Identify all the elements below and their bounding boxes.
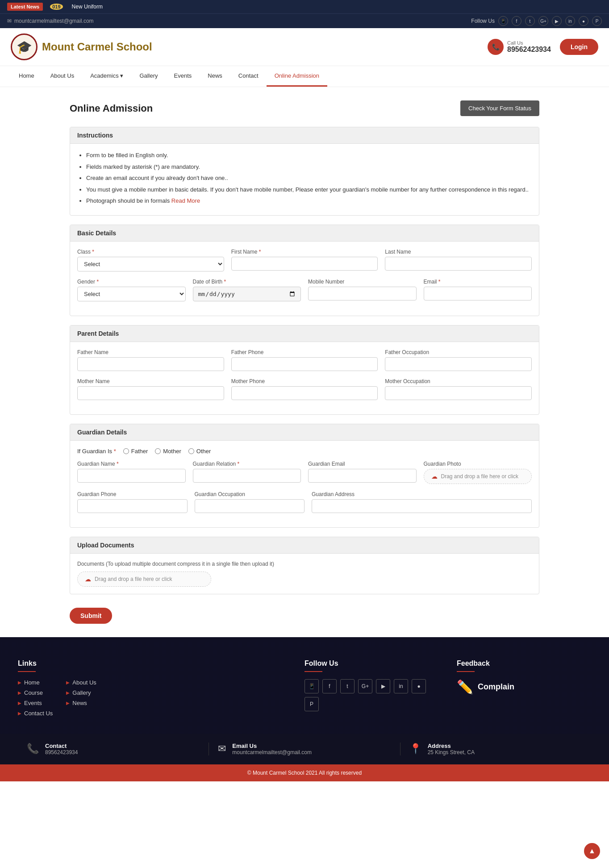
guardian-mother-input[interactable] [155,448,161,454]
email-us-label: Email Us [232,743,312,749]
social-pinterest[interactable]: P [592,16,602,26]
footer-social-linkedin[interactable]: in [394,679,408,693]
nav-gallery[interactable]: Gallery [131,66,166,87]
mother-occupation-label: Mother Occupation [385,378,532,384]
document-upload-area[interactable]: ☁ Drag and drop a file here or click [77,572,211,587]
dob-input[interactable] [193,287,301,301]
guardian-name-group: Guardian Name * [77,461,186,484]
email-value: mountcarmelmailtest@gmail.com [232,749,312,755]
footer-social-instagram[interactable]: ● [412,679,426,693]
check-status-button[interactable]: Check Your Form Status [460,100,539,116]
footer-social-pinterest[interactable]: P [304,697,319,711]
call-info: Call Us 89562423934 [507,40,551,54]
instruction-2: Fields marked by asterisk (*) are mandat… [86,163,532,171]
footer-social-twitter[interactable]: t [340,679,355,693]
footer-social-youtube[interactable]: ▶ [376,679,390,693]
guardian-name-input[interactable] [77,469,186,483]
class-group: Class * Select [77,249,224,271]
guardian-email-input[interactable] [308,469,417,483]
login-button[interactable]: Login [560,39,598,55]
footer-social-facebook[interactable]: f [322,679,337,693]
mother-occupation-input[interactable] [385,386,532,400]
complain-icon: ✏️ [457,679,473,695]
guardian-mother-radio[interactable]: Mother [155,448,181,455]
social-facebook[interactable]: f [512,16,521,26]
mobile-input[interactable] [308,287,417,300]
address-value: 25 Kings Street, CA [428,749,475,755]
nav-news[interactable]: News [200,66,230,87]
main-content: Online Admission Check Your Form Status … [59,87,550,637]
social-youtube[interactable]: ▶ [552,16,562,26]
footer-links-col2: ▶ About Us ▶ Gallery ▶ News [66,679,96,720]
first-name-input[interactable] [231,257,378,271]
guardian-other-input[interactable] [188,448,194,454]
guardian-occupation-input[interactable] [195,499,305,513]
social-instagram[interactable]: ● [579,16,588,26]
first-name-group: First Name * [231,249,378,271]
guardian-photo-upload[interactable]: ☁ Drag and drop a file here or click [424,469,532,484]
nav-events[interactable]: Events [166,66,200,87]
guardian-details-section: Guardian Details If Guardian Is * Father… [70,424,539,528]
guardian-other-radio[interactable]: Other [188,448,211,455]
footer-contact-address-info: Address 25 Kings Street, CA [428,743,475,755]
gender-select[interactable]: Select [77,287,186,301]
footer-link-news[interactable]: ▶ News [66,700,96,706]
social-linkedin[interactable]: in [565,16,575,26]
read-more-link[interactable]: Read More [171,197,200,204]
nav-about[interactable]: About Us [42,66,82,87]
footer-contact-email-info: Email Us mountcarmelmailtest@gmail.com [232,743,312,755]
doc-upload-placeholder: Drag and drop a file here or click [95,576,172,582]
mother-name-label: Mother Name [77,378,224,384]
father-occupation-group: Father Occupation [385,349,532,371]
father-occupation-input[interactable] [385,357,532,371]
guardian-address-input[interactable] [312,499,532,513]
email-contact-icon: ✉ [218,743,226,755]
guardian-relation-input[interactable] [193,469,301,483]
instructions-body: Form to be filled in English only. Field… [70,144,539,215]
footer-follow-col: Follow Us 📱 f t G+ ▶ in ● P [304,659,439,720]
last-name-group: Last Name [385,249,532,271]
nav-home[interactable]: Home [11,66,42,87]
footer-social-gplus[interactable]: G+ [358,679,372,693]
mother-name-group: Mother Name [77,378,224,400]
footer-links-divider [18,671,36,672]
guardian-address-label: Guardian Address [312,491,532,497]
mother-name-input[interactable] [77,386,224,400]
school-name: Mount Carmel School [42,41,152,53]
guardian-father-radio[interactable]: Father [123,448,148,455]
call-us-label: Call Us [507,40,551,46]
complain-area[interactable]: ✏️ Complain [457,679,591,695]
nav-contact[interactable]: Contact [230,66,267,87]
mother-phone-input[interactable] [231,386,378,400]
footer-link-events[interactable]: ▶ Events [18,700,53,706]
footer-link-gallery[interactable]: ▶ Gallery [66,689,96,696]
footer-social-whatsapp[interactable]: 📱 [304,679,319,693]
footer-follow-header: Follow Us [304,659,439,668]
header-right: 📞 Call Us 89562423934 Login [488,39,598,55]
upload-description: Documents (To upload multiple document c… [77,561,532,567]
basic-details-section: Basic Details Class * Select First Name … [70,225,539,316]
father-name-input[interactable] [77,357,224,371]
nav-online-admission[interactable]: Online Admission [267,66,327,87]
social-twitter[interactable]: t [525,16,535,26]
phone-number: 89562423934 [507,46,551,54]
guardian-row-1: Guardian Name * Guardian Relation * Guar… [77,461,532,484]
submit-button[interactable]: Submit [70,608,112,624]
mobile-group: Mobile Number [308,279,417,301]
footer-link-course[interactable]: ▶ Course [18,689,53,696]
email-input[interactable] [424,287,532,300]
parent-row-2: Mother Name Mother Phone Mother Occupati… [77,378,532,400]
footer-link-contact[interactable]: ▶ Contact Us [18,710,53,717]
instruction-5: Photograph should be in formals Read Mor… [86,196,532,205]
guardian-father-input[interactable] [123,448,129,454]
father-phone-input[interactable] [231,357,378,371]
footer-link-about[interactable]: ▶ About Us [66,679,96,686]
class-select[interactable]: Select [77,257,224,271]
last-name-input[interactable] [385,257,532,271]
social-googleplus[interactable]: G+ [538,16,548,26]
footer-link-home[interactable]: ▶ Home [18,679,53,686]
social-whatsapp[interactable]: 📱 [498,16,508,26]
nav-academics[interactable]: Academics ▾ [82,66,131,87]
guardian-phone-input[interactable] [77,499,188,513]
parent-details-header: Parent Details [70,326,539,342]
